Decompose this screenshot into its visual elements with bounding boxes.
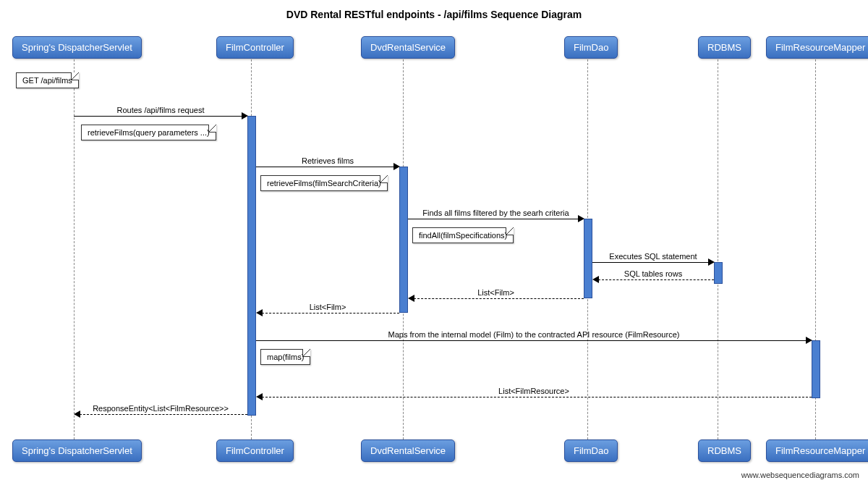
message-response-entity: ResponseEntity<List<FilmResource>> [74,405,247,416]
participant-film-controller: FilmController [216,36,294,59]
participant-dvd-rental-service: DvdRentalService [361,36,455,59]
participant-film-resource-mapper: FilmResourceMapper [766,36,868,59]
participant-dvd-rental-service-bottom: DvdRentalService [361,439,455,462]
activation-bar [584,219,592,298]
participant-rdbms-bottom: RDBMS [698,439,751,462]
sequence-diagram: DVD Rental RESTful endpoints - /api/film… [9,9,859,479]
watermark: www.websequencediagrams.com [741,471,859,479]
message-label: SQL tables rows [592,269,714,278]
message-label: Executes SQL statement [592,252,714,261]
message-finds-all-films: Finds all films filtered by the searh cr… [408,210,584,220]
message-label: List<Film> [256,303,399,311]
note-map-films: map(films) [260,349,310,365]
note-find-all-spec: findAll(filmSpecifications) [412,227,514,243]
message-label: List<FilmResource> [256,387,812,395]
note-retrieve-films-query: retrieveFilms(query parameters ...) [81,125,216,140]
message-maps-model: Maps from the internal model (Film) to t… [256,332,812,342]
note-retrieve-films-criteria: retrieveFilms(filmSearchCriteria) [260,175,388,191]
message-routes-request: Routes /api/films request [74,107,247,117]
activation-bar [714,262,723,284]
message-label: Routes /api/films request [74,106,247,114]
message-label: ResponseEntity<List<FilmResource>> [74,404,247,413]
message-list-filmresource: List<FilmResource> [256,388,812,398]
lifeline [718,56,718,443]
message-list-film-2: List<Film> [256,304,399,314]
participant-rdbms: RDBMS [698,36,751,59]
participant-film-dao-bottom: FilmDao [564,439,618,462]
message-label: Maps from the internal model (Film) to t… [256,330,812,339]
participant-film-controller-bottom: FilmController [216,439,294,462]
message-executes-sql: Executes SQL statement [592,253,714,264]
participant-film-dao: FilmDao [564,36,618,59]
message-label: Retrieves films [256,156,399,165]
message-sql-rows: SQL tables rows [592,271,714,281]
participant-dispatcher-servlet: Spring's DispatcherServlet [12,36,142,59]
message-list-film-1: List<Film> [408,290,584,300]
message-label: List<Film> [408,288,584,297]
note-get-api-films: GET /api/films [16,72,79,88]
message-label: Finds all films filtered by the searh cr… [408,209,584,217]
participant-dispatcher-servlet-bottom: Spring's DispatcherServlet [12,439,142,462]
activation-bar [399,167,408,313]
message-retrieves-films: Retrieves films [256,158,399,168]
diagram-title: DVD Rental RESTful endpoints - /api/film… [9,9,859,20]
activation-bar [812,340,820,398]
participant-film-resource-mapper-bottom: FilmResourceMapper [766,439,868,462]
activation-bar [247,116,256,416]
